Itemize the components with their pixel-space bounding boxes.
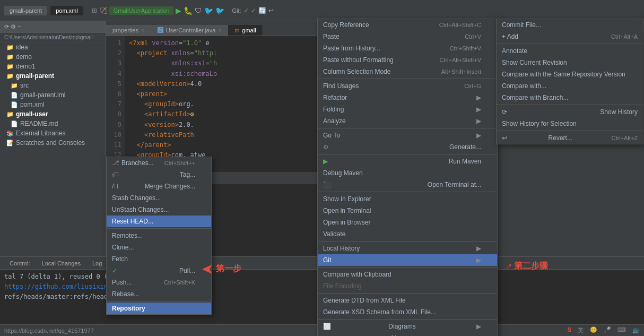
toolbar-icon-shield[interactable]: 🛡	[195, 6, 202, 15]
sidebar-item-readme[interactable]: 📄README.md	[0, 119, 106, 128]
sidebar-icon-minus[interactable]: −	[18, 23, 21, 30]
git-branches[interactable]: ⎇ Branches... Ctrl+Shift++	[107, 157, 211, 169]
menu-find-usages[interactable]: Find Usages Ctrl+G	[318, 80, 497, 92]
arrow-icon: ▶	[476, 94, 481, 101]
menu-diagrams[interactable]: ⬜ Diagrams ▶	[318, 321, 497, 332]
toolbar-icon-bird1: 🐦	[204, 6, 213, 15]
tab-properties[interactable]: properties ×	[106, 25, 151, 36]
file-icon: 📄	[11, 92, 18, 99]
menu-analyze[interactable]: Analyze ▶	[318, 115, 497, 127]
repo-add[interactable]: + Add Ctrl+Alt+A	[497, 31, 643, 42]
repo-commit[interactable]: Commit File...	[497, 19, 643, 31]
menu-validate[interactable]: Validate	[318, 228, 497, 240]
menu-refactor[interactable]: Refactor ▶	[318, 92, 497, 104]
git-tag[interactable]: 🏷 Tag...	[107, 169, 211, 180]
menu-icon: ⚙	[323, 143, 329, 151]
menu-maven[interactable]: m Maven ▶	[318, 332, 497, 336]
git-sep-1	[107, 228, 211, 229]
sidebar-item-gmall-parent[interactable]: 📁gmall-parent	[0, 71, 106, 81]
tab-local-changes[interactable]: Local Changes	[37, 259, 86, 268]
menu-open-terminal[interactable]: ⬛ Open Terminal at...	[318, 179, 497, 191]
git-unstash[interactable]: UnStash Changes...	[107, 204, 211, 216]
tab-log[interactable]: Log	[87, 259, 107, 268]
menu-generate[interactable]: ⚙ Generate...	[318, 141, 497, 153]
run-icon[interactable]: ▶	[176, 6, 181, 15]
repo-revert[interactable]: ↩ Revert... Ctrl+Alt+Z	[497, 132, 643, 144]
sidebar-icon-sync[interactable]: ⟳	[4, 23, 9, 30]
menu-show-explorer[interactable]: Show in Explorer	[318, 193, 497, 205]
git-repository[interactable]: Repository	[107, 303, 211, 314]
tab-gmall-parent[interactable]: gmall-parent	[4, 6, 47, 15]
sidebar-item-scratches[interactable]: 📝Scratches and Consoles	[0, 138, 106, 148]
menu-label: Paste without Formatting	[323, 56, 394, 64]
repo-compare-branch[interactable]: Compare with Branch...	[497, 92, 643, 104]
sidebar-item-iml[interactable]: 📄gmall-parent.iml	[0, 90, 106, 100]
git-rebase[interactable]: Rebase...	[107, 288, 211, 300]
toolbar-icon-arrow: 🏹	[99, 7, 107, 14]
git-stash[interactable]: Stash Changes...	[107, 192, 211, 204]
sidebar-icon-settings[interactable]: ⚙	[11, 23, 16, 30]
tab-close-icon[interactable]: ×	[141, 28, 144, 33]
repo-compare-same[interactable]: Compare with the Same Repository Version	[497, 68, 643, 80]
repo-show-history[interactable]: ⟳ Show History	[497, 106, 643, 118]
menu-paste-history[interactable]: Paste from History... Ctrl+Shift+V	[318, 42, 497, 54]
sidebar-item-src[interactable]: 📁src	[0, 81, 106, 90]
step2-text: 第二步骤	[514, 261, 548, 272]
menu-label: Reset HEAD...	[112, 218, 153, 225]
menu-goto[interactable]: Go To ▶	[318, 130, 497, 141]
sidebar-item-ext-libs[interactable]: 📚External Libraries	[0, 128, 106, 138]
tab-gmall[interactable]: m gmall	[228, 25, 263, 36]
item-label: gmall-user	[16, 110, 48, 118]
git-merge[interactable]: ⛙ Merge Changes...	[107, 180, 211, 192]
menu-label: Tag...	[180, 171, 195, 178]
menu-label: Paste from History...	[323, 45, 380, 52]
menu-column-mode[interactable]: Column Selection Mode Alt+Shift+Insert	[318, 66, 497, 77]
tab-close-icon[interactable]: ×	[218, 28, 221, 33]
sidebar-item-gmall-user[interactable]: 📁gmall-user	[0, 109, 106, 119]
git-clone[interactable]: Clone...	[107, 242, 211, 253]
menu-compare-clipboard[interactable]: Compare with Clipboard	[318, 269, 497, 280]
menu-run-maven[interactable]: ▶ Run Maven	[318, 156, 497, 167]
menu-debug-maven[interactable]: Debug Maven	[318, 167, 497, 179]
debug-icon[interactable]: 🐛	[184, 6, 193, 15]
menu-folding[interactable]: Folding ▶	[318, 104, 497, 115]
menu-icon: ⬜	[323, 323, 331, 330]
tab-control[interactable]: Control:	[4, 259, 36, 268]
menu-open-browser[interactable]: Open in Browser	[318, 217, 497, 228]
tab-pom-xml[interactable]: pom.xml	[50, 6, 83, 15]
menu-local-history[interactable]: Local History ▶	[318, 243, 497, 254]
menu-open-in-terminal[interactable]: Open in Terminal	[318, 205, 497, 217]
lib-icon: 📚	[6, 130, 14, 137]
toolbar-icon-refresh[interactable]: 🔄	[258, 7, 266, 14]
menu-sep-7	[318, 293, 497, 294]
tab-label: gmall	[242, 27, 256, 33]
menu-copy-reference[interactable]: Copy Reference Ctrl+Alt+Shift+C	[318, 19, 497, 31]
git-reset-head[interactable]: Reset HEAD...	[107, 216, 211, 227]
sidebar-item-demo1[interactable]: 📁demo1	[0, 62, 106, 71]
git-push[interactable]: Push... Ctrl+Shift+K	[107, 277, 211, 288]
menu-sep-4	[318, 192, 497, 192]
menu-paste-no-format[interactable]: Paste without Formatting Ctrl+Alt+Shift+…	[318, 54, 497, 66]
repo-annotate[interactable]: Annotate	[497, 45, 643, 57]
status-url: https://blog.csdn.net/qq_41571977	[4, 328, 94, 334]
menu-label: Show in Explorer	[323, 195, 371, 203]
sidebar-item-idea[interactable]: 📁idea	[0, 42, 106, 52]
git-fetch[interactable]: Fetch	[107, 253, 211, 265]
repo-show-current[interactable]: Show Current Revision	[497, 57, 643, 68]
menu-git[interactable]: Git ▶	[318, 254, 497, 266]
git-remotes[interactable]: Remotes...	[107, 230, 211, 242]
repo-compare-with[interactable]: Compare with...	[497, 80, 643, 92]
menu-sep-3	[318, 154, 497, 154]
item-shortcut: Ctrl+Alt+A	[611, 33, 638, 40]
menu-gen-xsd[interactable]: Generate XSD Schema from XML File...	[318, 306, 497, 318]
repo-show-history-selection[interactable]: Show History for Selection	[497, 118, 643, 130]
sidebar-item-demo[interactable]: 📁demo	[0, 52, 106, 62]
menu-gen-dtd[interactable]: Generate DTD from XML File	[318, 295, 497, 306]
sidebar-item-pomxml[interactable]: 📄pom.xml	[0, 100, 106, 109]
arrow-icon: ▶	[476, 106, 481, 113]
tab-usercontroller[interactable]: 🅹 UserController.java ×	[151, 25, 228, 36]
menu-paste[interactable]: Paste Ctrl+V	[318, 31, 497, 42]
git-pull[interactable]: ✓ Pull...	[107, 265, 211, 277]
menu-icon: ✓	[112, 267, 117, 274]
toolbar-icon-back[interactable]: ↩	[268, 7, 274, 14]
